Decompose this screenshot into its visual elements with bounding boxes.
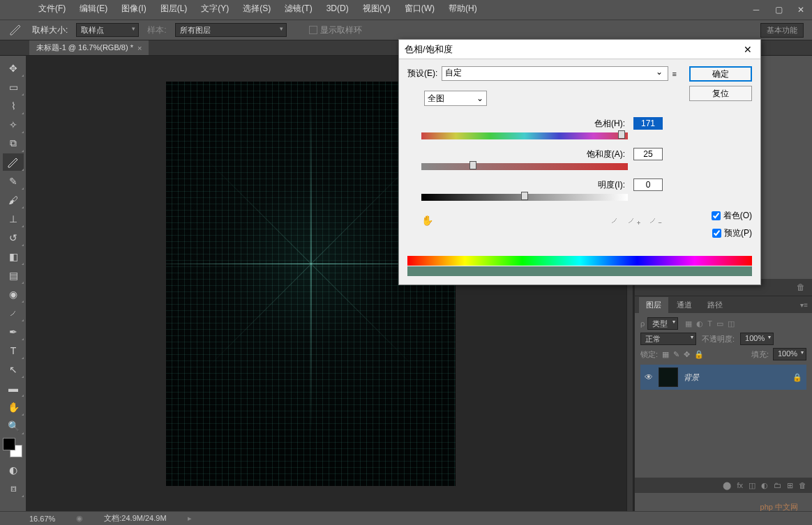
- color-swatches[interactable]: [3, 438, 22, 457]
- fill-input[interactable]: 100%: [773, 348, 806, 360]
- lock-all-icon[interactable]: 🔒: [694, 350, 704, 359]
- doc-info-icon[interactable]: ◉: [76, 514, 83, 523]
- magic-wand-tool[interactable]: ✧: [3, 116, 24, 133]
- hue-input[interactable]: [633, 117, 663, 130]
- sample-layers-dropdown[interactable]: 所有图层: [175, 23, 287, 37]
- layer-thumbnail[interactable]: [659, 367, 678, 387]
- menu-edit[interactable]: 编辑(E): [73, 0, 114, 17]
- dialog-titlebar[interactable]: 色相/饱和度 ✕: [399, 40, 760, 59]
- channels-tab[interactable]: 通道: [670, 297, 699, 313]
- close-window-button[interactable]: ✕: [790, 3, 812, 17]
- opacity-input[interactable]: 100%: [740, 333, 774, 345]
- menu-file[interactable]: 文件(F): [31, 0, 73, 17]
- menu-view[interactable]: 视图(V): [356, 0, 398, 17]
- hand-tool[interactable]: ✋: [3, 398, 24, 416]
- preview-checkbox[interactable]: [712, 229, 721, 238]
- layer-name-label[interactable]: 背景: [684, 372, 699, 383]
- layer-fx-icon[interactable]: fx: [737, 481, 743, 489]
- new-layer-icon[interactable]: ⊞: [787, 481, 793, 490]
- sample-size-dropdown[interactable]: 取样点: [76, 23, 139, 37]
- move-tool[interactable]: ✥: [3, 59, 24, 77]
- menu-image[interactable]: 图像(I): [114, 0, 153, 17]
- layer-kind-filter[interactable]: 类型: [647, 317, 678, 330]
- shape-tool[interactable]: ▬: [3, 379, 24, 397]
- filter-adjust-icon[interactable]: ◐: [696, 319, 703, 328]
- pen-tool[interactable]: ✒: [3, 323, 24, 340]
- lock-brush-icon[interactable]: ✎: [673, 350, 679, 359]
- eyedropper-tool[interactable]: [3, 153, 24, 171]
- layer-visibility-icon[interactable]: 👁: [645, 372, 653, 382]
- eyedropper-add-icon[interactable]: ⟋₊: [626, 215, 641, 226]
- menu-window[interactable]: 窗口(W): [398, 0, 442, 17]
- ok-button[interactable]: 确定: [689, 66, 752, 82]
- filter-smart-icon[interactable]: ◫: [728, 319, 735, 328]
- new-adjustment-icon[interactable]: ◐: [761, 481, 768, 490]
- preset-menu-icon[interactable]: ≡: [672, 70, 677, 78]
- zoom-tool[interactable]: 🔍: [3, 417, 24, 434]
- menu-filter[interactable]: 滤镜(T): [278, 0, 319, 17]
- path-select-tool[interactable]: ↖: [3, 360, 24, 378]
- foreground-color-swatch[interactable]: [3, 438, 15, 450]
- menu-layer[interactable]: 图层(L): [153, 0, 195, 17]
- eyedropper-set-icon[interactable]: ⟋: [610, 215, 619, 226]
- crop-tool[interactable]: ⧉: [3, 135, 24, 152]
- eyedropper-sub-icon[interactable]: ⟋₋: [648, 215, 663, 226]
- lightness-slider[interactable]: [421, 194, 628, 201]
- menu-help[interactable]: 帮助(H): [442, 0, 484, 17]
- saturation-slider[interactable]: [421, 163, 628, 170]
- preset-dropdown[interactable]: 自定 ⌄: [442, 66, 668, 81]
- trash-icon[interactable]: 🗑: [797, 282, 805, 292]
- watermark: php 中文网: [760, 502, 798, 512]
- preview-label: 预览(P): [724, 227, 752, 239]
- gradient-tool[interactable]: ▤: [3, 266, 24, 284]
- type-tool[interactable]: T: [3, 342, 24, 359]
- options-bar: 取样大小: 取样点 样本: 所有图层 显示取样环 基本功能: [0, 20, 812, 40]
- clone-stamp-tool[interactable]: ⊥: [3, 210, 24, 227]
- marquee-tool[interactable]: ▭: [3, 78, 24, 96]
- workspace-switcher[interactable]: 基本功能: [760, 23, 804, 38]
- show-sample-ring-checkbox[interactable]: [309, 26, 317, 34]
- delete-layer-icon[interactable]: 🗑: [799, 481, 806, 489]
- dodge-tool[interactable]: ⟋: [3, 304, 24, 321]
- colorize-checkbox[interactable]: [712, 211, 721, 220]
- maximize-button[interactable]: ▢: [767, 3, 790, 17]
- lasso-tool[interactable]: ⌇: [3, 97, 24, 114]
- history-brush-tool[interactable]: ↺: [3, 229, 24, 246]
- panel-menu-icon[interactable]: ▾≡: [800, 301, 808, 309]
- lock-position-icon[interactable]: ✥: [684, 350, 690, 359]
- blend-mode-dropdown[interactable]: 正常: [640, 333, 696, 345]
- brush-tool[interactable]: 🖌: [3, 191, 24, 208]
- screen-mode-toggle[interactable]: ⧈: [3, 480, 24, 497]
- document-tab-close-icon[interactable]: ×: [137, 44, 142, 52]
- menu-3d[interactable]: 3D(D): [319, 0, 356, 17]
- color-range-dropdown[interactable]: 全图⌄: [424, 91, 487, 106]
- zoom-level[interactable]: 16.67%: [29, 515, 55, 523]
- lightness-input[interactable]: [633, 178, 663, 191]
- document-tab[interactable]: 未标题-1 @ 16.7%(RGB/8) * ×: [29, 40, 149, 55]
- filter-type-icon[interactable]: T: [707, 319, 712, 328]
- healing-brush-tool[interactable]: ✎: [3, 172, 24, 190]
- layers-tab[interactable]: 图层: [639, 297, 668, 313]
- menu-select[interactable]: 选择(S): [236, 0, 278, 17]
- eyedropper-tool-icon[interactable]: [7, 23, 24, 37]
- reset-button[interactable]: 复位: [689, 86, 752, 101]
- eraser-tool[interactable]: ◧: [3, 248, 24, 265]
- layer-item-background[interactable]: 👁 背景 🔒: [640, 365, 806, 390]
- layer-mask-icon[interactable]: ◫: [749, 481, 755, 490]
- paths-tab[interactable]: 路径: [700, 297, 730, 313]
- link-layers-icon[interactable]: ⬤: [723, 481, 731, 490]
- blur-tool[interactable]: ◉: [3, 285, 24, 303]
- minimize-button[interactable]: ─: [745, 3, 767, 17]
- filter-shape-icon[interactable]: ▭: [716, 319, 723, 328]
- menu-type[interactable]: 文字(Y): [194, 0, 236, 17]
- new-group-icon[interactable]: 🗀: [774, 481, 781, 489]
- saturation-input[interactable]: [633, 148, 663, 160]
- filter-pixel-icon[interactable]: ▦: [685, 319, 692, 328]
- doc-info[interactable]: 文档:24.9M/24.9M: [104, 513, 166, 524]
- hue-slider[interactable]: [421, 132, 628, 139]
- scrub-hand-icon[interactable]: ✋: [421, 215, 433, 226]
- dialog-close-icon[interactable]: ✕: [741, 44, 755, 55]
- layer-lock-icon[interactable]: 🔒: [792, 373, 802, 382]
- lock-transparent-icon[interactable]: ▦: [662, 350, 669, 359]
- quick-mask-toggle[interactable]: ◐: [3, 461, 24, 478]
